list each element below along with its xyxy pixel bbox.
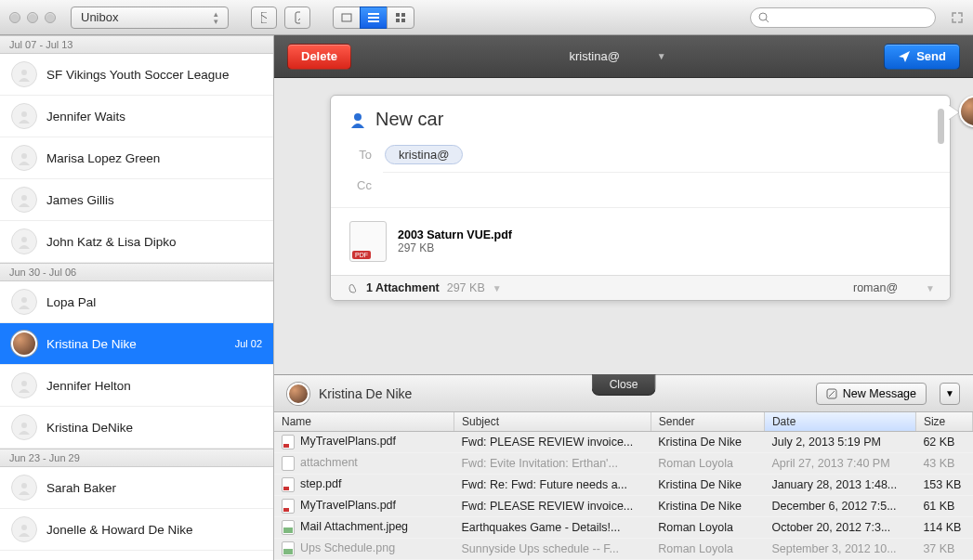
contact-name: Kristina De Nike <box>319 386 412 401</box>
zoom-window[interactable] <box>45 12 56 23</box>
avatar <box>11 372 37 398</box>
file-size: 62 KB <box>915 432 972 453</box>
attachments-pane: Close Kristina De Nike New Message ▼ Nam… <box>274 374 973 560</box>
col-date[interactable]: Date <box>764 412 915 432</box>
contact-row[interactable]: Sarah Baker <box>0 467 273 509</box>
contact-row[interactable]: James Gillis <box>0 179 273 221</box>
col-subject[interactable]: Subject <box>454 412 651 432</box>
col-name[interactable]: Name <box>274 412 454 432</box>
avatar <box>11 414 37 440</box>
contact-row[interactable]: Jennifer Waits <box>0 96 273 137</box>
cc-label: Cc <box>349 178 372 192</box>
close-button[interactable]: Close <box>592 374 656 396</box>
file-sender: Roman Loyola <box>651 539 764 560</box>
attachments-header: Close Kristina De Nike New Message ▼ <box>274 375 973 412</box>
chevron-down-icon[interactable]: ▼ <box>493 283 502 293</box>
contact-name: Jennifer Helton <box>46 379 131 393</box>
attachment-count: 1 Attachment <box>366 281 440 294</box>
search-icon <box>758 12 769 23</box>
date-group-header: Jun 23 - Jun 29 <box>0 449 273 467</box>
contacts-sidebar[interactable]: Jul 07 - Jul 13 SF Vikings Youth Soccer … <box>0 35 274 560</box>
compose-card: New car To kristina@ Cc 2003 Saturn VUE.… <box>330 95 951 301</box>
avatar <box>11 516 37 542</box>
contact-row[interactable]: Kristina DeNike <box>0 407 273 449</box>
contact-row-selected[interactable]: Kristina De NikeJul 02 <box>0 323 273 365</box>
contact-name: John Katz & Lisa Dipko <box>46 235 177 249</box>
attachment-preview[interactable]: 2003 Saturn VUE.pdf 297 KB <box>331 207 950 275</box>
avatar <box>11 475 37 501</box>
avatar <box>11 331 37 357</box>
table-row[interactable]: MyTravelPlans.pdfFwd: PLEASE REVIEW invo… <box>274 496 973 517</box>
attachments-table: Name Subject Sender Date Size MyTravelPl… <box>274 412 973 560</box>
avatar <box>11 289 37 315</box>
col-sender[interactable]: Sender <box>651 412 764 432</box>
compose-icon[interactable] <box>284 7 310 29</box>
contact-row[interactable]: SF Vikings Youth Soccer League <box>0 54 273 96</box>
scrollbar[interactable] <box>938 109 944 144</box>
sender-account-dropdown[interactable]: roman@ ▼ <box>853 281 935 294</box>
delete-button[interactable]: Delete <box>287 44 351 70</box>
close-window[interactable] <box>9 12 20 23</box>
updown-icon: ▴▾ <box>214 10 218 25</box>
view-segmented <box>333 7 414 29</box>
table-row[interactable]: MyTravelPlans.pdfFwd: PLEASE REVIEW invo… <box>274 432 973 453</box>
contact-date: Jul 02 <box>235 338 262 349</box>
attachment-size: 297 KB <box>398 241 512 254</box>
bubble-tail <box>948 105 959 120</box>
file-name: MyTravelPlans.pdf <box>300 435 396 448</box>
person-icon <box>349 111 366 128</box>
file-subject: Fwd: PLEASE REVIEW invoice... <box>454 432 651 453</box>
compose-icon <box>826 388 837 399</box>
view-grid-icon[interactable] <box>387 7 414 29</box>
file-name: attachment <box>300 456 358 469</box>
view-card-icon[interactable] <box>333 7 361 29</box>
attachment-name: 2003 Saturn VUE.pdf <box>398 228 512 241</box>
svg-rect-2 <box>342 14 351 21</box>
file-date: October 20, 2012 7:3... <box>764 517 915 539</box>
contact-row[interactable]: Lopa Pal <box>0 281 273 323</box>
contact-row[interactable]: Jonelle & Howard De Nike <box>0 509 273 551</box>
contact-row[interactable]: Marisa Lopez Green <box>0 137 273 179</box>
minimize-window[interactable] <box>27 12 38 23</box>
avatar <box>11 228 37 254</box>
avatar <box>11 61 37 87</box>
fullscreen-icon[interactable] <box>951 11 964 24</box>
file-date: December 6, 2012 7:5... <box>764 496 915 517</box>
view-list-icon[interactable] <box>360 7 388 29</box>
contact-row[interactable]: Jennifer Helton <box>0 365 273 407</box>
svg-line-8 <box>766 20 769 22</box>
file-size: 61 KB <box>915 496 972 517</box>
inbox-icon[interactable] <box>251 7 277 29</box>
attachment-total-size: 297 KB <box>447 281 485 294</box>
paper-plane-icon <box>898 50 911 63</box>
file-date: April 27, 2013 7:40 PM <box>764 453 915 475</box>
file-icon <box>282 520 295 535</box>
contact-name: SF Vikings Youth Soccer League <box>46 68 229 82</box>
table-row[interactable]: attachmentFwd: Evite Invitation: Erthan'… <box>274 453 973 475</box>
svg-point-12 <box>21 195 27 201</box>
to-chip[interactable]: kristina@ <box>385 145 463 164</box>
subject-field[interactable]: New car <box>375 109 931 130</box>
table-row[interactable]: Ups Schedule.pngSunnyside Ups schedule -… <box>274 539 973 560</box>
svg-point-15 <box>21 381 27 386</box>
new-message-menu[interactable]: ▼ <box>940 383 960 405</box>
table-row[interactable]: step.pdfFwd: Re: Fwd: Future needs a...K… <box>274 475 973 496</box>
svg-point-17 <box>21 483 27 488</box>
svg-point-13 <box>21 237 27 242</box>
contact-row[interactable]: John Katz & Lisa Dipko <box>0 221 273 263</box>
file-icon <box>282 541 295 556</box>
account-switcher[interactable]: Unibox ▴▾ <box>71 7 229 29</box>
table-row[interactable]: Mail Attachment.jpegEarthquakes Game - D… <box>274 517 973 539</box>
col-size[interactable]: Size <box>915 412 972 432</box>
new-message-button[interactable]: New Message <box>816 383 927 405</box>
send-button[interactable]: Send <box>884 44 960 70</box>
contact-name: Lopa Pal <box>46 295 96 309</box>
from-dropdown[interactable]: kristina@ ▼ <box>362 49 873 63</box>
search-input[interactable] <box>750 7 936 28</box>
file-size: 114 KB <box>915 517 972 539</box>
compose-toolbar: Delete kristina@ ▼ Send <box>274 35 973 78</box>
svg-rect-6 <box>401 19 405 22</box>
avatar <box>11 145 37 171</box>
window-controls <box>9 12 56 23</box>
file-icon <box>282 499 295 514</box>
